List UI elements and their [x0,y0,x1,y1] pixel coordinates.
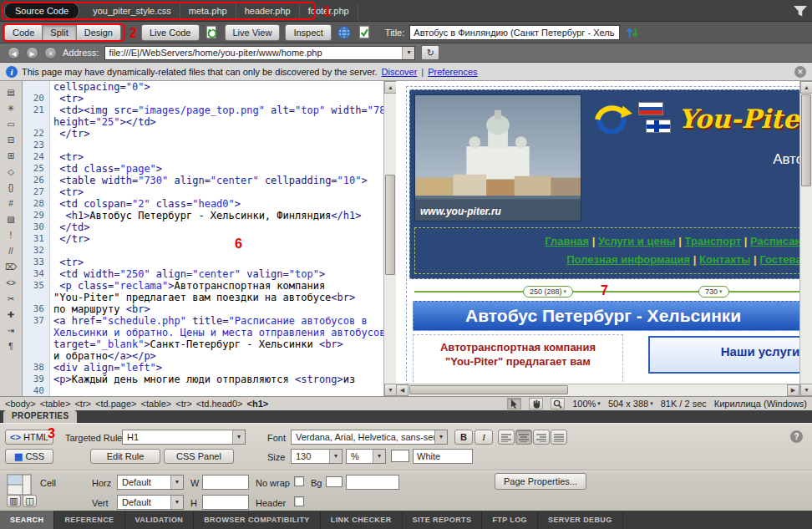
text-color-swatch[interactable] [391,450,409,462]
code-line[interactable]: 29 <h1>Автобус Петербург - Хельсинки, Фи… [23,210,383,221]
code-line[interactable]: 25 <td class="page"> [23,163,383,175]
tag-selector-item[interactable]: <tr> [74,399,91,409]
remove-comment-icon[interactable]: ⌦ [3,261,19,273]
code-line[interactable]: 30 </td> [23,221,383,233]
size-unit-select[interactable]: % [346,449,386,464]
design-view[interactable]: www.you-piter.ru [396,81,799,396]
design-horizontal-scrollbar[interactable]: ◀ ▶ [396,384,799,396]
code-line[interactable]: 38<div align="left"> [23,362,383,374]
highlight-invalid-code-icon[interactable]: ▨ [3,213,19,226]
address-input[interactable] [105,48,402,58]
split-cell-icon[interactable]: ◫ [23,495,37,507]
code-line[interactable]: Хельсинки и обратно. Цены и места отправ… [23,327,383,338]
code-line[interactable]: height="25"></td> [23,116,383,128]
code-line[interactable]: 22 </tr> [23,128,383,140]
expand-all-icon[interactable]: ⊞ [3,150,19,162]
css-mode-button[interactable]: ▦ CSS [5,449,53,464]
code-vertical-scrollbar[interactable]: ▲ ▼ [383,81,396,396]
preview-in-browser-icon[interactable] [337,25,352,40]
site-nav-link[interactable]: Услуги и цены [598,235,676,247]
select-tool-icon[interactable] [507,398,521,409]
code-line[interactable]: 20 <tr> [23,93,383,104]
refresh-page-button[interactable]: ↻ [421,45,439,60]
code-line[interactable]: 28 <td colspan="2" class="head0"> [23,198,383,210]
code-line[interactable]: 31 </tr> [23,233,383,245]
code-scroll-thumb[interactable] [385,175,395,275]
code-view-button[interactable]: Code [4,24,43,41]
targeted-rule-select[interactable]: H1 [122,430,246,445]
align-justify-icon[interactable] [551,430,567,445]
panel-tab-browser-compatibility[interactable]: BROWSER COMPATIBILITY [194,511,321,529]
code-line[interactable]: 39<p>Каждый день многие люди отправляютс… [23,374,383,385]
scroll-down-icon[interactable]: ▼ [800,384,812,396]
validate-markup-icon[interactable] [357,25,372,40]
scroll-right-icon[interactable]: ▶ [787,384,799,396]
code-line[interactable]: 21 <td><img src="images/page_top.png" al… [23,104,383,116]
code-line[interactable]: 35 <p class="reclama">Автотранспортная к… [23,280,383,292]
code-line[interactable]: 37<a href="schedule.php" title="Расписан… [23,315,383,327]
discover-link[interactable]: Discover [382,67,418,77]
balance-braces-icon[interactable]: {} [3,181,19,194]
site-nav-link[interactable]: Контакты [699,253,750,266]
related-file-tab[interactable]: header.php [236,3,300,19]
tag-selector-item[interactable]: <table> [141,399,172,409]
move-css-icon[interactable]: ✚ [3,308,19,321]
scroll-up-icon[interactable]: ▲ [384,81,397,94]
panel-tab-search[interactable]: SEARCH [0,511,54,529]
panel-tab-reference[interactable]: REFERENCE [54,511,124,529]
collapse-full-tag-icon[interactable]: ▭ [3,118,19,130]
filter-icon[interactable] [794,6,807,16]
syntax-error-alerts-icon[interactable]: ! [3,229,19,242]
inspect-button[interactable]: Inspect [285,24,331,41]
stop-icon[interactable]: ✕ [44,47,57,59]
panel-tab-server-debug[interactable]: SERVER DEBUG [538,511,623,529]
table-width-marker[interactable]: 730▾ [698,286,729,298]
design-scroll-thumb[interactable] [801,94,811,186]
edit-rule-button[interactable]: Edit Rule [90,449,160,464]
address-field[interactable]: ▾ [104,46,415,60]
close-info-bar-icon[interactable]: ✕ [794,66,806,78]
address-dropdown-icon[interactable]: ▾ [402,47,414,59]
code-view[interactable]: cellspacing="0">20 <tr>21 <td><img src="… [23,81,383,396]
site-nav-link[interactable]: Гостевая книга [759,253,799,266]
live-code-button[interactable]: Live Code [141,24,200,41]
related-file-tab[interactable]: footer.php [300,3,358,19]
design-vertical-scrollbar[interactable]: ▲ ▼ [799,81,812,396]
file-management-icon[interactable] [625,25,640,40]
site-nav-link[interactable]: Главная [545,235,589,247]
forward-icon[interactable]: ▶ [26,47,38,59]
table-width-bar[interactable]: 250 (288)▾ 730▾ [413,285,799,298]
panel-tab-site-reports[interactable]: SITE REPORTS [403,511,483,529]
vert-align-select[interactable]: Default [117,495,184,510]
tag-selector-item[interactable]: <td.head0> [196,399,243,409]
color-name-input[interactable] [413,449,473,464]
scroll-up-icon[interactable]: ▲ [800,81,812,94]
align-center-icon[interactable] [515,430,532,445]
tag-selector-item[interactable]: <td.page> [95,399,137,409]
code-line[interactable]: и обратно</a></p> [23,350,383,362]
hand-tool-icon[interactable] [529,398,543,409]
show-code-navigator-icon[interactable]: ✳ [3,102,19,114]
code-line[interactable]: "You-Piter" предлагает вам поездки на ав… [23,292,383,303]
collapse-selection-icon[interactable]: ⊟ [3,134,19,146]
code-line[interactable]: 33 <tr> [23,257,383,268]
code-line[interactable]: 27 <tr> [23,186,383,198]
code-line[interactable]: 23 [23,140,383,151]
open-documents-icon[interactable]: ▤ [3,86,19,99]
tag-selector-item[interactable]: <tr> [175,399,192,409]
code-line[interactable]: 24 <tr> [23,151,383,163]
zoom-tool-icon[interactable] [551,398,565,409]
bg-color-swatch[interactable] [326,476,343,487]
format-source-code-icon[interactable]: ¶ [3,340,19,353]
site-nav-link[interactable]: Полезная информация [566,253,690,266]
tag-selector-item[interactable]: <body> [5,399,36,409]
site-nav-link[interactable]: Расписание рейсов [750,235,799,247]
preferences-link[interactable]: Preferences [428,67,477,77]
tag-selector-item[interactable]: <h1> [247,399,269,409]
wrap-tag-icon[interactable]: <> [3,277,19,289]
design-view-button[interactable]: Design [76,24,121,41]
align-left-icon[interactable] [498,430,515,445]
font-select[interactable]: Verdana, Arial, Helvetica, sans-serif [291,430,448,445]
live-view-button[interactable]: Live View [225,24,281,41]
bold-button[interactable]: B [454,430,473,445]
